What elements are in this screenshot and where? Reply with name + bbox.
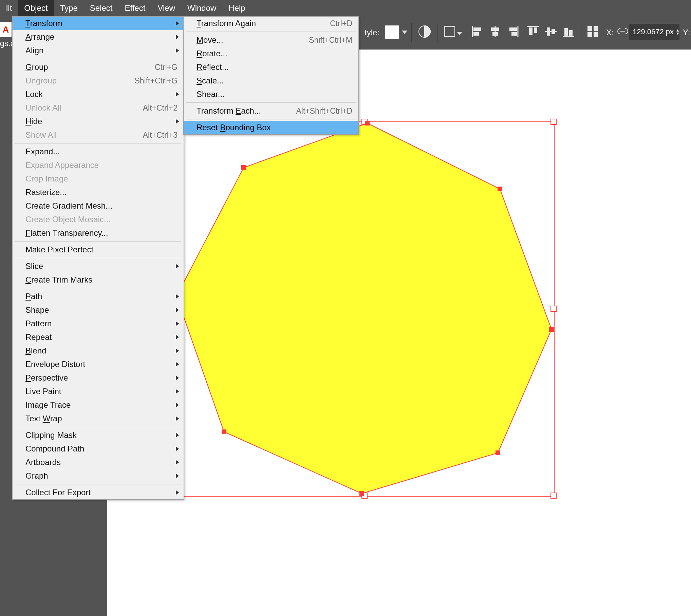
menu-object[interactable]: Object <box>18 0 54 16</box>
object-item-align[interactable]: Align <box>13 44 184 57</box>
x-value-field[interactable]: 129.0672 px <box>629 24 679 40</box>
object-item-text-wrap[interactable]: Text Wrap <box>13 412 184 425</box>
anchor-point[interactable] <box>222 429 226 434</box>
app-file-icon: A <box>0 22 12 37</box>
bbox-handle[interactable] <box>550 306 557 312</box>
object-item-blend[interactable]: Blend <box>13 344 184 358</box>
menu-item-label: Transform Each... <box>197 106 286 116</box>
menu-item-label: Flatten Transparency... <box>25 228 178 238</box>
menu-item-label: Image Trace <box>25 400 178 410</box>
menu-item-label: Create Gradient Mesh... <box>25 201 178 211</box>
svg-rect-10 <box>512 33 517 35</box>
doc-dropdown-icon[interactable] <box>457 32 462 35</box>
menu-lit[interactable]: lit <box>0 0 18 16</box>
object-item-lock[interactable]: Lock <box>13 88 184 101</box>
menu-view[interactable]: View <box>151 0 181 16</box>
object-item-clipping-mask[interactable]: Clipping Mask <box>13 428 184 442</box>
doc-setup-icon[interactable] <box>442 24 457 39</box>
object-item-compound-path[interactable]: Compound Path <box>13 442 184 456</box>
object-item-hide[interactable]: Hide <box>13 115 184 128</box>
object-item-image-trace[interactable]: Image Trace <box>13 398 184 412</box>
opacity-icon[interactable] <box>417 24 432 39</box>
menu-window[interactable]: Window <box>181 0 222 16</box>
object-item-collect-for-export[interactable]: Collect For Export <box>13 486 184 499</box>
style-swatch[interactable] <box>385 25 399 39</box>
svg-rect-12 <box>529 28 532 35</box>
align-bottom-icon[interactable] <box>561 24 576 39</box>
transform-item-transform-again[interactable]: Transform AgainCtrl+D <box>184 17 358 30</box>
anchor-point[interactable] <box>496 450 500 455</box>
object-item-repeat[interactable]: Repeat <box>13 330 184 344</box>
submenu-arrow-icon <box>176 490 179 495</box>
align-right-icon[interactable] <box>505 24 521 39</box>
menu-item-label: Group <box>25 62 145 72</box>
menu-type[interactable]: Type <box>54 0 84 16</box>
submenu-arrow-icon <box>176 474 179 478</box>
object-item-artboards[interactable]: Artboards <box>13 456 184 469</box>
object-item-transform[interactable]: Transform <box>13 17 184 30</box>
menu-help[interactable]: Help <box>222 0 251 16</box>
menu-item-label: Create Trim Marks <box>25 275 178 285</box>
menu-item-label: Make Pixel Perfect <box>25 245 178 254</box>
transform-item-scale[interactable]: Scale... <box>184 74 358 88</box>
object-item-perspective[interactable]: Perspective <box>13 371 184 385</box>
anchor-point[interactable] <box>365 121 370 126</box>
bounding-box[interactable] <box>175 121 555 497</box>
menu-item-label: Graph <box>25 471 178 481</box>
transform-item-rotate[interactable]: Rotate... <box>184 47 358 60</box>
svg-rect-9 <box>510 28 517 31</box>
object-item-path[interactable]: Path <box>13 290 184 303</box>
menu-item-label: Envelope Distort <box>25 360 178 369</box>
anchor-point[interactable] <box>359 491 364 496</box>
object-item-pattern[interactable]: Pattern <box>13 317 184 330</box>
submenu-arrow-icon <box>176 403 179 407</box>
align-vcenter-icon[interactable] <box>543 24 559 39</box>
object-item-flatten-transparency[interactable]: Flatten Transparency... <box>13 226 184 240</box>
transform-item-move[interactable]: Move...Shift+Ctrl+M <box>184 33 358 47</box>
object-item-rasterize[interactable]: Rasterize... <box>13 186 184 199</box>
object-item-create-gradient-mesh[interactable]: Create Gradient Mesh... <box>13 199 184 213</box>
align-hcenter-icon[interactable] <box>487 24 503 39</box>
transform-panel-icon[interactable] <box>585 24 601 39</box>
menu-item-label: Text Wrap <box>25 414 178 423</box>
link-xy-icon[interactable] <box>615 24 631 39</box>
bbox-handle[interactable] <box>550 119 557 125</box>
object-item-create-object-mosaic: Create Object Mosaic... <box>13 213 184 226</box>
x-spinner[interactable]: ▲▼ <box>674 24 681 40</box>
transform-item-reflect[interactable]: Reflect... <box>184 60 358 74</box>
menu-item-label: Align <box>25 46 178 55</box>
menu-select[interactable]: Select <box>84 0 119 16</box>
menu-item-label: Shear... <box>197 90 352 99</box>
anchor-point[interactable] <box>549 327 554 332</box>
object-item-shape[interactable]: Shape <box>13 303 184 317</box>
menu-item-label: Expand Appearance <box>25 160 178 170</box>
object-item-slice[interactable]: Slice <box>13 259 184 273</box>
transform-item-transform-each[interactable]: Transform Each...Alt+Shift+Ctrl+D <box>184 104 358 118</box>
submenu-arrow-icon <box>176 294 179 299</box>
object-item-expand[interactable]: Expand... <box>13 145 184 158</box>
svg-rect-4 <box>474 33 479 35</box>
object-item-create-trim-marks[interactable]: Create Trim Marks <box>13 273 184 287</box>
object-item-crop-image: Crop Image <box>13 172 184 186</box>
object-item-graph[interactable]: Graph <box>13 469 184 483</box>
object-item-live-paint[interactable]: Live Paint <box>13 385 184 398</box>
object-item-expand-appearance: Expand Appearance <box>13 158 184 172</box>
anchor-point[interactable] <box>498 187 502 191</box>
align-left-icon[interactable] <box>470 24 485 39</box>
transform-item-shear[interactable]: Shear... <box>184 88 358 101</box>
menu-item-label: Path <box>25 292 178 301</box>
menu-item-label: Hide <box>25 117 178 126</box>
object-item-arrange[interactable]: Arrange <box>13 30 184 44</box>
anchor-point[interactable] <box>241 165 246 170</box>
object-item-make-pixel-perfect[interactable]: Make Pixel Perfect <box>13 243 184 256</box>
transform-item-reset-bounding-box[interactable]: Reset Bounding Box <box>184 121 358 134</box>
menu-item-shortcut: Shift+Ctrl+G <box>124 76 178 85</box>
submenu-arrow-icon <box>176 460 179 465</box>
object-item-group[interactable]: GroupCtrl+G <box>13 60 184 74</box>
object-item-envelope-distort[interactable]: Envelope Distort <box>13 358 184 371</box>
menu-effect[interactable]: Effect <box>118 0 151 16</box>
menu-item-label: Ungroup <box>25 76 124 85</box>
bbox-handle[interactable] <box>550 493 557 499</box>
align-top-icon[interactable] <box>525 24 541 39</box>
style-dropdown-icon[interactable] <box>402 31 407 34</box>
